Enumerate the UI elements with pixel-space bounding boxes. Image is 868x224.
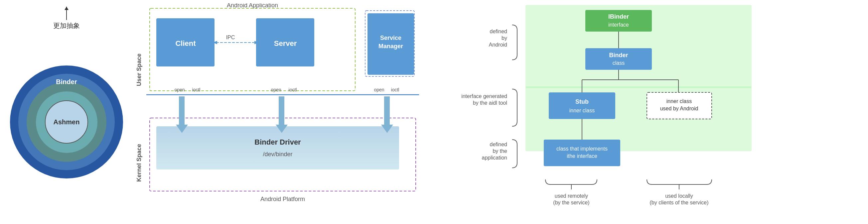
svg-rect-6 bbox=[256, 18, 314, 66]
svg-rect-2 bbox=[365, 11, 414, 76]
abstraction-arrow: 更加抽象 bbox=[53, 7, 80, 30]
svg-rect-12 bbox=[368, 13, 414, 75]
svg-rect-4 bbox=[156, 18, 215, 66]
svg-rect-44 bbox=[549, 92, 615, 119]
intent-label: Intent bbox=[57, 36, 76, 44]
svg-marker-25 bbox=[176, 96, 188, 133]
svg-text:inner class: inner class bbox=[569, 108, 595, 113]
svg-text:Kernel  Space: Kernel Space bbox=[136, 144, 142, 182]
svg-text:Android Platform: Android Platform bbox=[260, 196, 305, 202]
svg-text:(by clients of the service): (by clients of the service) bbox=[650, 200, 709, 205]
svg-marker-27 bbox=[381, 96, 393, 133]
svg-text:by the: by the bbox=[493, 148, 507, 154]
svg-text:Service: Service bbox=[380, 35, 401, 41]
svg-text:inner class: inner class bbox=[666, 98, 692, 104]
svg-text:(by the service): (by the service) bbox=[553, 200, 589, 205]
svg-text:Binder Driver: Binder Driver bbox=[254, 138, 301, 146]
svg-text:/dev/binder: /dev/binder bbox=[263, 151, 292, 158]
circles-container: Intent AIDL Binder Ashmen bbox=[10, 32, 123, 212]
svg-text:used by Android: used by Android bbox=[660, 106, 699, 111]
ashmen-label: Ashmen bbox=[54, 118, 80, 126]
svg-text:Stub: Stub bbox=[575, 98, 589, 105]
svg-text:Android: Android bbox=[489, 42, 507, 47]
svg-text:User  Space: User Space bbox=[136, 54, 142, 86]
svg-text:by the aidl tool: by the aidl tool bbox=[473, 100, 507, 106]
svg-text:by: by bbox=[501, 35, 507, 41]
svg-text:Android Application: Android Application bbox=[227, 3, 278, 9]
right-svg: IBinder interface Binder class Stub inne… bbox=[432, 3, 858, 221]
svg-rect-1 bbox=[150, 8, 355, 91]
svg-marker-26 bbox=[276, 96, 288, 133]
abstraction-label: 更加抽象 bbox=[53, 21, 80, 30]
left-diagram: 更加抽象 Intent AIDL Binder Ashmen bbox=[3, 3, 130, 221]
binder-label: Binder bbox=[56, 78, 77, 86]
middle-svg: Client Server IPC Service Manager Binder… bbox=[136, 3, 422, 221]
svg-marker-11 bbox=[213, 41, 217, 44]
svg-text:ioctl: ioctl bbox=[192, 87, 200, 92]
svg-text:ioctl: ioctl bbox=[391, 87, 399, 92]
svg-text:Server: Server bbox=[274, 39, 297, 47]
svg-rect-37 bbox=[585, 48, 652, 70]
middle-diagram: Client Server IPC Service Manager Binder… bbox=[136, 3, 422, 221]
svg-marker-10 bbox=[254, 41, 259, 44]
svg-text:Manager: Manager bbox=[378, 43, 403, 50]
aidl-label: AIDL bbox=[59, 57, 74, 65]
svg-text:class that implements: class that implements bbox=[556, 146, 608, 152]
svg-text:open: open bbox=[374, 87, 384, 92]
svg-text:Client: Client bbox=[175, 39, 196, 47]
main-container: 更加抽象 Intent AIDL Binder Ashmen bbox=[0, 0, 868, 224]
right-diagram: IBinder interface Binder class Stub inne… bbox=[432, 3, 858, 221]
svg-text:Binder: Binder bbox=[609, 52, 628, 59]
svg-text:class: class bbox=[613, 60, 625, 66]
svg-text:defined: defined bbox=[490, 141, 507, 147]
svg-text:IBinder: IBinder bbox=[608, 13, 629, 20]
svg-text:ioctl: ioctl bbox=[289, 87, 297, 92]
svg-text:IPC: IPC bbox=[226, 35, 235, 40]
svg-rect-51 bbox=[544, 139, 620, 166]
svg-rect-15 bbox=[156, 126, 399, 169]
svg-text:open: open bbox=[174, 87, 185, 92]
svg-text:interface: interface bbox=[608, 22, 628, 28]
svg-text:defined: defined bbox=[490, 29, 507, 34]
svg-text:used remotely: used remotely bbox=[555, 193, 588, 199]
svg-text:interface generated: interface generated bbox=[461, 93, 507, 99]
svg-text:open: open bbox=[271, 87, 281, 92]
svg-rect-3 bbox=[150, 118, 416, 191]
svg-text:ithe interface: ithe interface bbox=[567, 153, 597, 159]
svg-text:used locally: used locally bbox=[665, 193, 693, 199]
svg-text:application: application bbox=[482, 155, 507, 161]
